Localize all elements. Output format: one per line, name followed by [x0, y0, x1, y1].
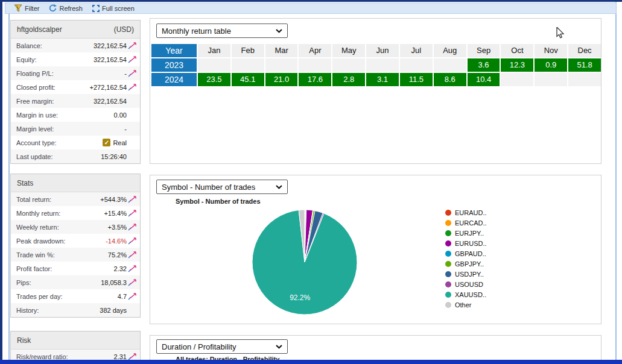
info-row: Monthly return:+15.4% — [11, 206, 140, 220]
legend-color-dot — [445, 281, 451, 287]
chevron-down-icon — [276, 29, 282, 33]
info-value: Real — [113, 139, 127, 146]
fullscreen-label: Full screen — [102, 5, 135, 12]
info-row: Profit factor:2.32 — [11, 262, 140, 275]
open-chart-button[interactable] — [127, 293, 137, 300]
mini-chart-icon — [128, 293, 137, 300]
empty-cell — [434, 58, 466, 72]
info-value: 75.2% — [108, 251, 127, 259]
info-label: Monthly return: — [16, 210, 104, 217]
info-value: 322,162.54 — [94, 56, 127, 63]
real-account-checkbox[interactable]: ✓ — [103, 139, 110, 146]
open-chart-button[interactable] — [127, 196, 137, 203]
monthly-return-cell: 45.1 — [232, 73, 264, 86]
empty-cell — [232, 58, 264, 72]
monthly-return-cell: 23.5 — [198, 73, 230, 86]
info-label: Pips: — [16, 279, 101, 286]
info-value: 0.00 — [114, 111, 127, 119]
legend-color-dot — [445, 240, 451, 246]
stats-panel: Stats Total return:+544.3%Monthly return… — [10, 174, 141, 318]
page-right-border — [615, 2, 617, 360]
account-rows: Balance:322,162.54Equity:322,162.54Float… — [11, 39, 140, 163]
info-label: Closed profit: — [16, 84, 90, 91]
mini-chart-icon — [128, 279, 137, 286]
legend-color-dot — [445, 302, 451, 308]
mini-chart-icon — [128, 70, 137, 77]
month-column-header: Oct — [501, 44, 533, 57]
mini-chart-icon — [128, 224, 137, 231]
fullscreen-icon — [92, 5, 100, 12]
open-chart-button[interactable] — [127, 70, 137, 77]
open-chart-button[interactable] — [127, 56, 137, 63]
chevron-down-icon — [276, 345, 282, 349]
month-column-header: Mar — [265, 44, 298, 57]
info-label: Balance: — [16, 42, 94, 49]
monthly-return-cell: 0.9 — [535, 58, 567, 72]
open-chart-button[interactable] — [127, 224, 137, 231]
account-currency: (USD) — [114, 25, 134, 34]
open-chart-button[interactable] — [127, 251, 137, 259]
account-panel-header: hftgoldscalper (USD) — [11, 20, 140, 39]
info-row: Margin level:- — [11, 122, 140, 136]
empty-cell — [332, 58, 365, 72]
filter-icon — [14, 4, 22, 12]
empty-cell — [198, 58, 230, 72]
info-value: 322,162.54 — [94, 98, 127, 105]
empty-cell — [265, 58, 298, 72]
info-label: Margin level: — [16, 125, 124, 133]
legend-item: EURUSD.. — [445, 238, 487, 248]
info-value: 2.31 — [114, 353, 127, 360]
month-column-header: Dec — [568, 44, 601, 57]
risk-title: Risk — [17, 336, 31, 345]
info-value: 382 days — [100, 307, 127, 314]
info-label: Trade win %: — [16, 251, 108, 259]
month-column-header: Jan — [198, 44, 230, 57]
empty-cell — [366, 58, 399, 72]
legend-item: USOUSD — [445, 279, 487, 289]
info-value: 2.32 — [114, 265, 127, 272]
symbol-section-dropdown[interactable]: Symbol - Number of trades — [156, 180, 288, 194]
monthly-return-cell: 11.5 — [400, 73, 433, 86]
info-label: Profit factor: — [16, 265, 114, 272]
info-label: Margin in use: — [16, 111, 114, 119]
month-column-header: May — [332, 44, 365, 57]
fullscreen-button[interactable]: Full screen — [92, 5, 135, 12]
duration-section-dropdown[interactable]: Duration / Profitability — [156, 339, 288, 354]
info-row: Account type:✓Real — [11, 136, 140, 149]
info-label: Risk/reward ratio: — [16, 353, 114, 360]
info-row: Trades per day:4.7 — [11, 289, 140, 303]
month-column-header: Jun — [366, 44, 399, 57]
risk-panel-header: Risk — [11, 331, 140, 350]
legend-label: GBPAUD.. — [455, 250, 486, 257]
info-value: 15:26:40 — [101, 153, 127, 160]
info-row: Peak drawdown:-14.6% — [11, 234, 140, 248]
open-chart-button[interactable] — [127, 42, 137, 49]
month-column-header: Nov — [535, 44, 567, 57]
refresh-button[interactable]: Refresh — [49, 4, 83, 12]
toolbar: Filter Refresh Full screen — [5, 2, 617, 14]
monthly-section-dropdown[interactable]: Monthly return table — [156, 24, 288, 38]
monthly-dropdown-value: Monthly return table — [162, 27, 231, 36]
open-chart-button[interactable] — [127, 279, 137, 286]
open-chart-button[interactable] — [127, 84, 137, 91]
monthly-return-cell: 3.1 — [366, 73, 399, 86]
risk-panel: Risk Risk/reward ratio:2.31 — [10, 331, 141, 364]
filter-button[interactable]: Filter — [14, 4, 39, 12]
monthly-return-cell: 3.6 — [468, 58, 500, 72]
legend-label: EURJPY.. — [455, 230, 484, 237]
info-row: Trade win %:75.2% — [11, 248, 140, 262]
mini-chart-icon — [128, 251, 137, 259]
empty-cell — [400, 58, 433, 72]
duration-dropdown-value: Duration / Profitability — [162, 342, 236, 351]
monthly-return-cell: 51.8 — [568, 58, 601, 72]
info-label: History: — [16, 307, 100, 314]
open-chart-button[interactable] — [127, 210, 137, 217]
legend-item: EURAUD.. — [445, 207, 487, 218]
month-column-header: Sep — [468, 44, 500, 57]
open-chart-button[interactable] — [127, 237, 137, 245]
open-chart-button[interactable] — [127, 265, 137, 272]
open-chart-button[interactable] — [127, 353, 137, 360]
month-column-header: Apr — [299, 44, 331, 57]
month-column-header: Jul — [400, 44, 433, 57]
legend-item: GBPJPY.. — [445, 259, 487, 269]
